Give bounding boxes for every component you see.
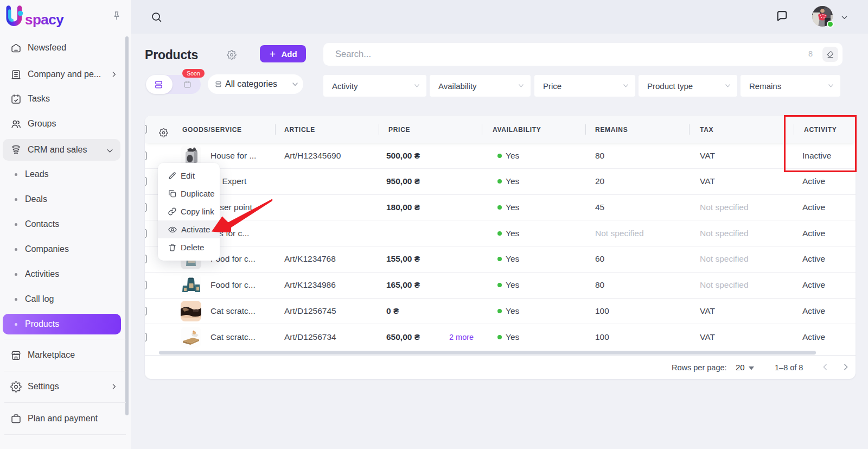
- svg-text:spacy: spacy: [25, 11, 64, 28]
